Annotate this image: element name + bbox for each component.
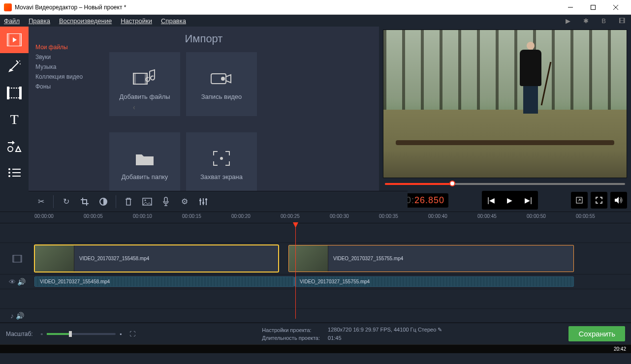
menu-file[interactable]: Файл xyxy=(4,17,20,25)
category-sounds[interactable]: Звуки xyxy=(35,52,98,62)
audio-track-head: 👁 🔊 xyxy=(0,274,34,289)
crop-button[interactable] xyxy=(76,193,93,210)
svg-rect-34 xyxy=(199,200,201,201)
equalizer-button[interactable] xyxy=(195,193,212,210)
linked-audio-track[interactable]: 👁 🔊 VIDEO_20170327_155458.mp4 VIDEO_2017… xyxy=(0,274,631,289)
vk-icon[interactable]: B xyxy=(599,17,608,25)
tool-titles[interactable]: T xyxy=(0,106,29,133)
prev-button[interactable]: |◀ xyxy=(483,192,500,209)
import-categories: Мои файлы Звуки Музыка Коллекция видео Ф… xyxy=(29,31,105,207)
playhead[interactable] xyxy=(295,223,296,319)
svg-rect-23 xyxy=(133,73,136,84)
settings-gear-button[interactable]: ⚙ xyxy=(176,193,193,210)
tile-add-folder[interactable]: Добавить папку xyxy=(109,132,180,196)
rotate-button[interactable]: ↻ xyxy=(58,193,74,210)
project-settings-value: 1280x720 16:9 29.97 FPS, 44100 Гц Стерео xyxy=(328,327,436,333)
preview-video[interactable] xyxy=(383,30,627,178)
svg-rect-11 xyxy=(8,88,20,98)
time-ruler[interactable]: 00:00:0000:00:0500:00:1000:00:1500:00:20… xyxy=(0,212,631,223)
close-window-button[interactable] xyxy=(604,0,627,15)
delete-button[interactable] xyxy=(120,193,137,210)
svg-point-32 xyxy=(145,199,146,201)
minimize-button[interactable] xyxy=(559,0,582,15)
music-track[interactable]: ♪ 🔊 xyxy=(0,309,631,323)
tool-import[interactable] xyxy=(0,27,29,53)
save-button[interactable]: Сохранить xyxy=(568,326,625,341)
project-icon[interactable]: 🎞 xyxy=(617,17,627,25)
project-duration-label: Длительность проекта: xyxy=(262,335,320,341)
svg-rect-36 xyxy=(205,199,207,200)
svg-point-9 xyxy=(19,61,20,61)
volume-button[interactable] xyxy=(610,192,627,209)
svg-rect-5 xyxy=(7,33,9,46)
menu-help[interactable]: Справка xyxy=(161,17,186,25)
folder-icon xyxy=(134,149,156,168)
project-settings-label: Настройки проекта: xyxy=(262,327,311,333)
import-title: Импорт xyxy=(29,32,379,45)
tile-add-files[interactable]: Добавить файлы xyxy=(109,52,180,116)
svg-point-14 xyxy=(8,147,13,152)
svg-rect-39 xyxy=(20,255,22,262)
svg-rect-35 xyxy=(202,202,204,204)
window-titlebar: Movavi Видеоредактор – Новый проект * xyxy=(0,0,631,15)
app-icon xyxy=(4,3,12,11)
next-button[interactable]: ▶| xyxy=(520,192,537,209)
category-music[interactable]: Музыка xyxy=(35,62,98,72)
video-track[interactable]: VIDEO_20170327_155458.mp4 VIDEO_20170327… xyxy=(0,243,631,274)
zoom-slider[interactable] xyxy=(47,333,116,335)
play-button[interactable]: ▶ xyxy=(502,192,518,209)
video-clip-1[interactable]: VIDEO_20170327_155458.mp4 xyxy=(34,245,279,272)
image-button[interactable] xyxy=(139,193,156,210)
filmstrip-music-icon xyxy=(132,68,157,88)
timeline-tracks: VIDEO_20170327_155458.mp4 VIDEO_20170327… xyxy=(0,223,631,323)
detach-button[interactable] xyxy=(571,192,588,209)
category-backgrounds[interactable]: Фоны xyxy=(35,82,98,91)
cut-button[interactable]: ✂ xyxy=(32,193,49,210)
menu-edit[interactable]: Правка xyxy=(29,17,50,25)
edit-toolbar: ✂ ↻ ⚙ xyxy=(29,191,408,212)
window-title: Movavi Видеоредактор – Новый проект * xyxy=(15,4,559,11)
audio-clip-2[interactable]: VIDEO_20170327_155755.mp4 xyxy=(294,276,574,287)
audio-clip-1[interactable]: VIDEO_20170327_155458.mp4 xyxy=(34,276,294,287)
zoom-fit-icon[interactable]: ⛶ xyxy=(129,331,135,337)
edit-settings-icon[interactable]: ✎ xyxy=(438,327,442,333)
tile-screen-capture[interactable]: Захват экрана xyxy=(186,132,257,196)
tile-label: Добавить папку xyxy=(122,173,168,181)
svg-point-26 xyxy=(221,77,225,81)
project-duration-value: 01:45 xyxy=(328,335,342,341)
zoom-out-icon[interactable]: ▫ xyxy=(41,331,43,337)
svg-rect-33 xyxy=(164,197,167,202)
svg-rect-12 xyxy=(7,87,9,99)
video-clip-2[interactable]: VIDEO_20170327_155755.mp4 xyxy=(288,245,574,272)
svg-rect-13 xyxy=(19,87,22,99)
share-icon[interactable]: ✱ xyxy=(581,17,591,25)
import-panel: Импорт Мои файлы Звуки Музыка Коллекция … xyxy=(29,27,379,212)
fullscreen-button[interactable] xyxy=(591,192,607,209)
sidebar-tools: T xyxy=(0,27,29,212)
tile-record-video[interactable]: Запись видео xyxy=(186,52,257,116)
tool-more[interactable] xyxy=(0,159,29,186)
color-button[interactable] xyxy=(95,193,112,210)
category-video-collection[interactable]: Коллекция видео xyxy=(35,72,98,82)
collapse-handle[interactable]: ‹ xyxy=(133,95,139,119)
mic-button[interactable] xyxy=(158,193,174,210)
svg-point-20 xyxy=(8,175,10,177)
youtube-icon[interactable]: ▶ xyxy=(564,17,572,25)
music-track-head: ♪ 🔊 xyxy=(0,309,34,322)
timeline: 00:00:0000:00:0500:00:1000:00:1500:00:20… xyxy=(0,212,631,323)
svg-point-8 xyxy=(18,62,19,63)
zoom-in-icon[interactable]: ▪ xyxy=(120,331,122,337)
capture-icon xyxy=(212,149,231,168)
menu-playback[interactable]: Воспроизведение xyxy=(59,17,112,25)
tool-transitions[interactable] xyxy=(0,80,29,106)
tile-label: Добавить файлы xyxy=(119,93,170,100)
tool-filters[interactable] xyxy=(0,53,29,80)
svg-point-10 xyxy=(20,63,21,64)
tool-shapes[interactable] xyxy=(0,133,29,159)
preview-scrubber[interactable] xyxy=(383,178,627,189)
svg-point-16 xyxy=(8,168,10,170)
maximize-button[interactable] xyxy=(582,0,604,15)
svg-point-18 xyxy=(8,172,10,174)
preview-panel: 00:00:26.850 |◀ ▶ ▶| xyxy=(379,27,631,212)
menu-settings[interactable]: Настройки xyxy=(121,17,152,25)
